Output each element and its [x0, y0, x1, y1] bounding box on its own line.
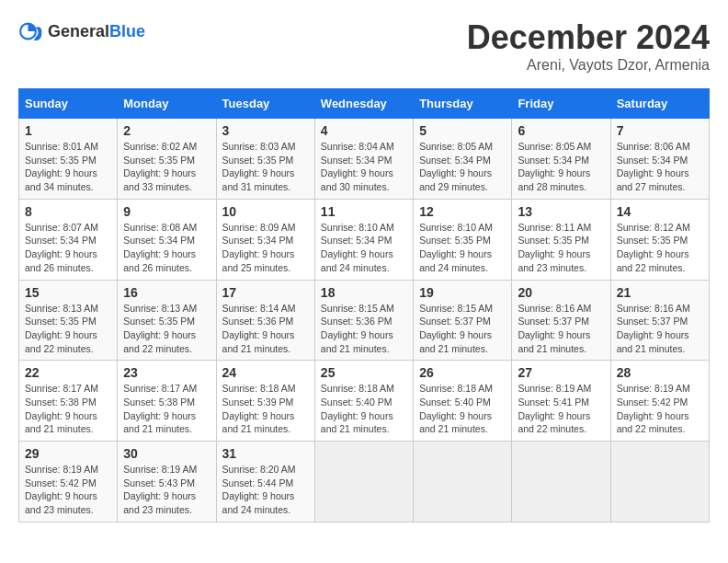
day-info: Sunrise: 8:19 AM Sunset: 5:41 PM Dayligh… [518, 382, 604, 436]
calendar-week-row: 1 Sunrise: 8:01 AM Sunset: 5:35 PM Dayli… [19, 119, 710, 200]
day-info: Sunrise: 8:03 AM Sunset: 5:35 PM Dayligh… [222, 140, 309, 194]
calendar-cell: 22 Sunrise: 8:17 AM Sunset: 5:38 PM Dayl… [19, 361, 118, 442]
calendar-cell: 3 Sunrise: 8:03 AM Sunset: 5:35 PM Dayli… [216, 119, 314, 200]
day-number: 17 [222, 285, 309, 300]
calendar-cell: 4 Sunrise: 8:04 AM Sunset: 5:34 PM Dayli… [314, 119, 413, 200]
day-number: 26 [419, 365, 506, 380]
day-number: 4 [321, 123, 407, 138]
day-number: 19 [419, 285, 506, 300]
calendar-week-row: 29 Sunrise: 8:19 AM Sunset: 5:42 PM Dayl… [19, 442, 710, 523]
day-number: 22 [25, 365, 111, 380]
calendar-cell: 18 Sunrise: 8:15 AM Sunset: 5:36 PM Dayl… [314, 280, 413, 361]
day-number: 18 [321, 285, 407, 300]
calendar-cell: 29 Sunrise: 8:19 AM Sunset: 5:42 PM Dayl… [19, 442, 118, 523]
day-info: Sunrise: 8:08 AM Sunset: 5:34 PM Dayligh… [123, 221, 210, 275]
calendar-header: SundayMondayTuesdayWednesdayThursdayFrid… [19, 89, 710, 119]
weekday-header: Saturday [610, 89, 709, 119]
weekday-header: Sunday [19, 89, 118, 119]
logo-text: GeneralBlue [48, 22, 145, 41]
calendar-cell: 17 Sunrise: 8:14 AM Sunset: 5:36 PM Dayl… [216, 280, 314, 361]
calendar-cell: 13 Sunrise: 8:11 AM Sunset: 5:35 PM Dayl… [512, 199, 610, 280]
day-number: 15 [25, 285, 111, 300]
calendar-cell: 10 Sunrise: 8:09 AM Sunset: 5:34 PM Dayl… [216, 199, 314, 280]
location-title: Areni, Vayots Dzor, Armenia [467, 57, 710, 74]
day-number: 3 [222, 123, 309, 138]
day-number: 27 [518, 365, 604, 380]
calendar-cell: 24 Sunrise: 8:18 AM Sunset: 5:39 PM Dayl… [216, 361, 314, 442]
month-title: December 2024 [467, 18, 710, 57]
day-info: Sunrise: 8:18 AM Sunset: 5:39 PM Dayligh… [222, 382, 309, 436]
calendar-cell: 12 Sunrise: 8:10 AM Sunset: 5:35 PM Dayl… [414, 199, 512, 280]
day-info: Sunrise: 8:01 AM Sunset: 5:35 PM Dayligh… [25, 140, 111, 194]
day-info: Sunrise: 8:07 AM Sunset: 5:34 PM Dayligh… [25, 221, 111, 275]
calendar-cell: 20 Sunrise: 8:16 AM Sunset: 5:37 PM Dayl… [512, 280, 610, 361]
day-number: 25 [321, 365, 407, 380]
calendar-cell: 9 Sunrise: 8:08 AM Sunset: 5:34 PM Dayli… [118, 199, 216, 280]
day-info: Sunrise: 8:02 AM Sunset: 5:35 PM Dayligh… [123, 140, 210, 194]
title-block: December 2024 Areni, Vayots Dzor, Armeni… [467, 18, 710, 74]
calendar-cell: 21 Sunrise: 8:16 AM Sunset: 5:37 PM Dayl… [610, 280, 709, 361]
day-info: Sunrise: 8:18 AM Sunset: 5:40 PM Dayligh… [419, 382, 506, 436]
day-info: Sunrise: 8:17 AM Sunset: 5:38 PM Dayligh… [123, 382, 210, 436]
calendar-cell: 30 Sunrise: 8:19 AM Sunset: 5:43 PM Dayl… [118, 442, 216, 523]
calendar-cell: 25 Sunrise: 8:18 AM Sunset: 5:40 PM Dayl… [314, 361, 413, 442]
day-number: 16 [123, 285, 210, 300]
day-number: 9 [123, 204, 210, 219]
logo-general: General [48, 22, 109, 40]
calendar-cell: 11 Sunrise: 8:10 AM Sunset: 5:34 PM Dayl… [314, 199, 413, 280]
day-info: Sunrise: 8:19 AM Sunset: 5:42 PM Dayligh… [25, 463, 111, 517]
calendar-cell: 19 Sunrise: 8:15 AM Sunset: 5:37 PM Dayl… [414, 280, 512, 361]
calendar-cell: 5 Sunrise: 8:05 AM Sunset: 5:34 PM Dayli… [414, 119, 512, 200]
day-number: 13 [518, 204, 604, 219]
calendar-cell: 26 Sunrise: 8:18 AM Sunset: 5:40 PM Dayl… [414, 361, 512, 442]
calendar-cell [314, 442, 413, 523]
day-number: 10 [222, 204, 309, 219]
calendar-cell: 7 Sunrise: 8:06 AM Sunset: 5:34 PM Dayli… [610, 119, 709, 200]
day-info: Sunrise: 8:11 AM Sunset: 5:35 PM Dayligh… [518, 221, 604, 275]
calendar-week-row: 15 Sunrise: 8:13 AM Sunset: 5:35 PM Dayl… [19, 280, 710, 361]
day-info: Sunrise: 8:20 AM Sunset: 5:44 PM Dayligh… [222, 463, 309, 517]
calendar-cell: 23 Sunrise: 8:17 AM Sunset: 5:38 PM Dayl… [118, 361, 216, 442]
day-number: 6 [518, 123, 604, 138]
day-info: Sunrise: 8:15 AM Sunset: 5:37 PM Dayligh… [419, 302, 506, 356]
weekday-header: Monday [118, 89, 216, 119]
day-number: 11 [321, 204, 407, 219]
calendar-cell [414, 442, 512, 523]
day-info: Sunrise: 8:13 AM Sunset: 5:35 PM Dayligh… [123, 302, 210, 356]
day-info: Sunrise: 8:04 AM Sunset: 5:34 PM Dayligh… [321, 140, 407, 194]
calendar-cell: 16 Sunrise: 8:13 AM Sunset: 5:35 PM Dayl… [118, 280, 216, 361]
day-info: Sunrise: 8:09 AM Sunset: 5:34 PM Dayligh… [222, 221, 309, 275]
calendar-cell [610, 442, 709, 523]
calendar-cell: 14 Sunrise: 8:12 AM Sunset: 5:35 PM Dayl… [610, 199, 709, 280]
day-number: 30 [123, 446, 210, 461]
day-number: 28 [617, 365, 703, 380]
page-header: GeneralBlue December 2024 Areni, Vayots … [18, 18, 710, 74]
logo-blue: Blue [109, 22, 145, 40]
day-info: Sunrise: 8:16 AM Sunset: 5:37 PM Dayligh… [518, 302, 604, 356]
day-info: Sunrise: 8:12 AM Sunset: 5:35 PM Dayligh… [617, 221, 703, 275]
day-info: Sunrise: 8:13 AM Sunset: 5:35 PM Dayligh… [25, 302, 111, 356]
day-info: Sunrise: 8:10 AM Sunset: 5:35 PM Dayligh… [419, 221, 506, 275]
logo: GeneralBlue [18, 18, 145, 44]
day-info: Sunrise: 8:14 AM Sunset: 5:36 PM Dayligh… [222, 302, 309, 356]
day-number: 20 [518, 285, 604, 300]
calendar-cell [512, 442, 610, 523]
day-number: 12 [419, 204, 506, 219]
day-info: Sunrise: 8:19 AM Sunset: 5:43 PM Dayligh… [123, 463, 210, 517]
day-number: 5 [419, 123, 506, 138]
weekday-header: Friday [512, 89, 610, 119]
weekday-row: SundayMondayTuesdayWednesdayThursdayFrid… [19, 89, 710, 119]
day-number: 8 [25, 204, 111, 219]
day-info: Sunrise: 8:05 AM Sunset: 5:34 PM Dayligh… [419, 140, 506, 194]
weekday-header: Tuesday [216, 89, 314, 119]
day-info: Sunrise: 8:15 AM Sunset: 5:36 PM Dayligh… [321, 302, 407, 356]
day-info: Sunrise: 8:06 AM Sunset: 5:34 PM Dayligh… [617, 140, 703, 194]
calendar-cell: 31 Sunrise: 8:20 AM Sunset: 5:44 PM Dayl… [216, 442, 314, 523]
day-info: Sunrise: 8:18 AM Sunset: 5:40 PM Dayligh… [321, 382, 407, 436]
day-number: 21 [617, 285, 703, 300]
day-number: 2 [123, 123, 210, 138]
day-number: 24 [222, 365, 309, 380]
calendar-cell: 27 Sunrise: 8:19 AM Sunset: 5:41 PM Dayl… [512, 361, 610, 442]
day-number: 14 [617, 204, 703, 219]
day-number: 29 [25, 446, 111, 461]
